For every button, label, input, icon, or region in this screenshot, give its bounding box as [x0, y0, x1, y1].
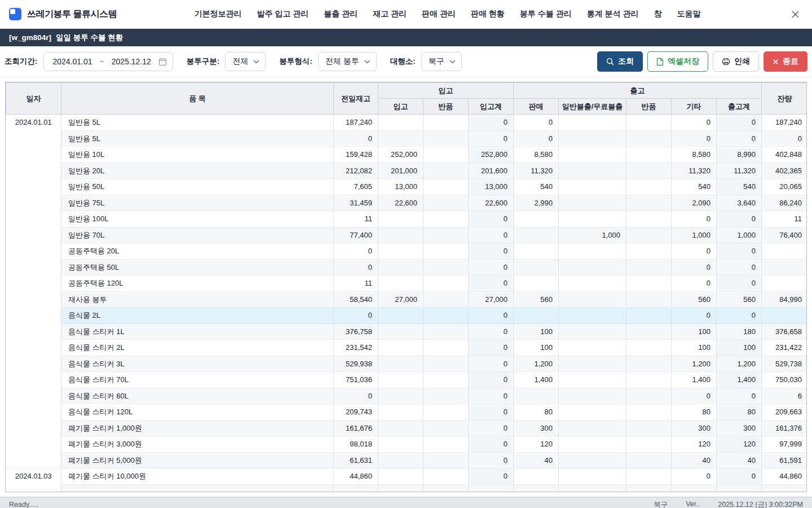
cell-etc[interactable]: 0	[672, 308, 717, 324]
cell-balance[interactable]: 402,365	[762, 163, 807, 179]
cell-in[interactable]	[378, 115, 423, 131]
cell-balance[interactable]: 0	[762, 130, 807, 147]
cell-sale[interactable]: 11,320	[514, 163, 559, 179]
cell-in-total[interactable]: 0	[469, 130, 514, 147]
cell-etc[interactable]: 0	[672, 115, 717, 131]
cell-in-total[interactable]: 0	[469, 227, 514, 243]
menu-item-8[interactable]: 창	[654, 9, 661, 19]
cell-in-total[interactable]: 0	[469, 259, 514, 275]
cell-sale[interactable]	[514, 484, 559, 492]
cell-etc[interactable]: 0	[672, 388, 717, 404]
cell-out-total[interactable]: 560	[717, 291, 762, 308]
cell-etc[interactable]: 8,580	[672, 147, 717, 163]
cell-general-free[interactable]	[559, 484, 626, 492]
cell-in-total[interactable]: 0	[469, 452, 514, 468]
cell-general-free[interactable]	[559, 468, 626, 485]
cell-in[interactable]	[378, 130, 423, 147]
cell-balance[interactable]: 86,240	[762, 195, 807, 211]
cell-item[interactable]: 음식물 스티커 1L	[61, 323, 334, 340]
cell-etc[interactable]	[672, 484, 717, 492]
header-item[interactable]: 품 목	[61, 83, 334, 115]
cell-in-return[interactable]	[423, 436, 469, 453]
menu-item-2[interactable]: 불출 관리	[324, 9, 358, 19]
cell-item[interactable]: 폐기물 스티커 3,000원	[61, 436, 334, 453]
header-prev-stock[interactable]: 전일재고	[334, 83, 378, 115]
cell-out-total[interactable]: 180	[717, 323, 762, 340]
menu-item-9[interactable]: 도움말	[677, 9, 700, 19]
header-sale[interactable]: 판매	[514, 99, 559, 115]
cell-sale[interactable]	[514, 275, 559, 292]
period-range-input[interactable]: 2024.01.01 ~ 2025.12.12	[43, 52, 173, 71]
cell-out-total[interactable]: 80	[717, 404, 762, 421]
cell-prev-stock[interactable]: 231,542	[334, 340, 378, 356]
cell-in-return[interactable]	[423, 308, 469, 324]
cell-sale[interactable]: 120	[514, 436, 559, 453]
cell-out-total[interactable]: 540	[717, 179, 762, 195]
cell-balance[interactable]: 11	[762, 211, 807, 227]
cell-out-total[interactable]: 0	[717, 468, 762, 485]
cell-in-total[interactable]: 0	[469, 243, 514, 260]
cell-out-return[interactable]	[626, 275, 672, 292]
cell-out-total[interactable]: 8,990	[717, 147, 762, 163]
cell-sale[interactable]: 540	[514, 179, 559, 195]
cell-in-total[interactable]: 13,000	[469, 179, 514, 195]
cell-in[interactable]	[378, 211, 423, 227]
cell-in-return[interactable]	[423, 179, 469, 195]
cell-etc[interactable]: 100	[672, 323, 717, 340]
menu-item-0[interactable]: 기본정보관리	[195, 9, 242, 19]
header-out-total[interactable]: 출고계	[717, 99, 762, 115]
header-out-return[interactable]: 반품	[626, 99, 672, 115]
cell-sale[interactable]: 0	[514, 130, 559, 147]
cell-out-total[interactable]: 1,200	[717, 356, 762, 372]
window-close-button[interactable]	[788, 7, 803, 21]
header-in-total[interactable]: 입고계	[469, 99, 514, 115]
cell-prev-stock[interactable]: 98,018	[334, 436, 378, 453]
cell-prev-stock[interactable]: 529,938	[334, 356, 378, 372]
cell-in-total[interactable]: 252,800	[469, 147, 514, 163]
cell-item[interactable]: 일반용 10L	[61, 147, 334, 163]
cell-prev-stock[interactable]: 751,036	[334, 372, 378, 388]
cell-general-free[interactable]	[559, 243, 626, 260]
cell-item[interactable]: 음식물 스티커 60L	[61, 388, 334, 404]
cell-etc[interactable]: 1,200	[672, 356, 717, 372]
cell-balance[interactable]: 20,065	[762, 179, 807, 195]
cell-in[interactable]	[378, 388, 423, 404]
cell-general-free[interactable]	[559, 452, 626, 468]
cell-out-return[interactable]	[626, 243, 672, 260]
cell-in-return[interactable]	[423, 404, 469, 421]
exit-button[interactable]: 종료	[764, 51, 807, 72]
cell-date[interactable]: 2024.01.01	[6, 115, 61, 468]
cell-in-return[interactable]	[423, 356, 469, 372]
cell-etc[interactable]: 80	[672, 404, 717, 421]
cell-out-return[interactable]	[626, 484, 672, 492]
cell-item[interactable]: 일반용 70L	[61, 227, 334, 243]
cell-out-return[interactable]	[626, 356, 672, 372]
cell-prev-stock[interactable]: 0	[334, 243, 378, 260]
cell-prev-stock[interactable]: 7,605	[334, 179, 378, 195]
menu-item-3[interactable]: 재고 관리	[373, 9, 407, 19]
cell-sale[interactable]	[514, 211, 559, 227]
calendar-icon[interactable]	[158, 58, 167, 66]
cell-in[interactable]	[378, 308, 423, 324]
excel-save-button[interactable]: 엑셀저장	[647, 51, 708, 72]
cell-in-return[interactable]	[423, 211, 469, 227]
cell-in-return[interactable]	[423, 115, 469, 131]
cell-general-free[interactable]	[559, 340, 626, 356]
menu-item-5[interactable]: 판매 현황	[471, 9, 505, 19]
cell-out-return[interactable]	[626, 211, 672, 227]
cell-item[interactable]: 일반용 100L	[61, 211, 334, 227]
cell-in-return[interactable]	[423, 291, 469, 308]
cell-in[interactable]	[378, 243, 423, 260]
cell-out-return[interactable]	[626, 340, 672, 356]
cell-item[interactable]: 공동주택용 50L	[61, 259, 334, 275]
cell-balance[interactable]: 187,240	[762, 115, 807, 131]
cell-general-free[interactable]: 1,000	[559, 227, 626, 243]
cell-in-total[interactable]: 0	[469, 420, 514, 436]
cell-in-return[interactable]	[423, 372, 469, 388]
cell-item[interactable]: 재사용 봉투	[61, 291, 334, 308]
cell-prev-stock[interactable]: 61,631	[334, 452, 378, 468]
cell-balance[interactable]: 209,663	[762, 404, 807, 421]
cell-in-total[interactable]: 0	[469, 468, 514, 485]
cell-general-free[interactable]	[559, 195, 626, 211]
cell-out-total[interactable]: 120	[717, 436, 762, 453]
